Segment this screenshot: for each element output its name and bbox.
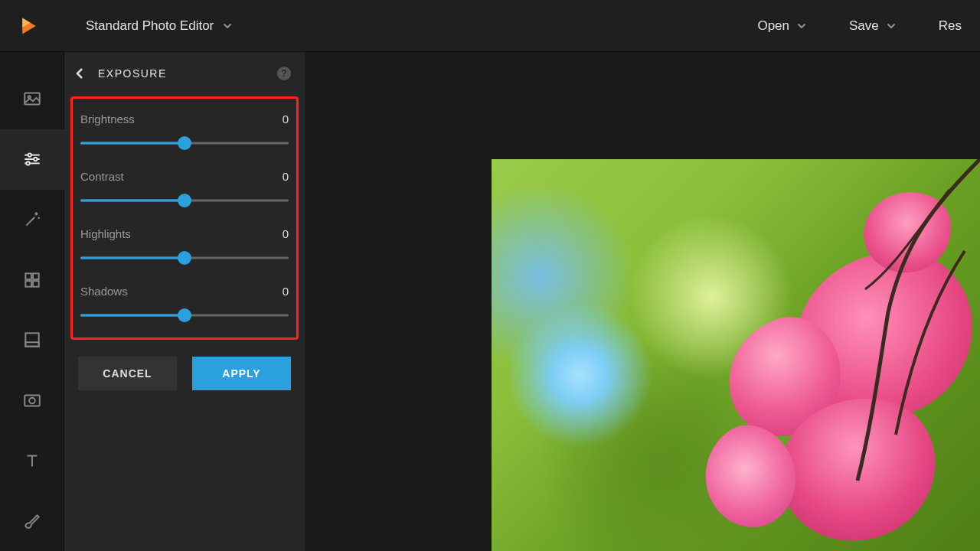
highlights-slider[interactable] bbox=[80, 253, 289, 263]
back-button[interactable] bbox=[74, 67, 87, 80]
svg-point-6 bbox=[34, 158, 37, 161]
shadows-slider[interactable] bbox=[80, 310, 289, 321]
slider-contrast: Contrast 0 bbox=[80, 170, 289, 206]
svg-rect-14 bbox=[24, 396, 40, 406]
cancel-button[interactable]: CANCEL bbox=[78, 357, 177, 390]
rail-image[interactable] bbox=[0, 69, 64, 129]
svg-rect-12 bbox=[25, 334, 38, 347]
svg-rect-9 bbox=[33, 273, 39, 279]
app-mode-dropdown[interactable]: Standard Photo Editor bbox=[86, 18, 232, 34]
slider-shadows: Shadows 0 bbox=[80, 285, 289, 321]
rail-frame[interactable] bbox=[0, 310, 64, 370]
slider-thumb[interactable] bbox=[178, 136, 191, 150]
svg-point-5 bbox=[28, 154, 31, 157]
slider-value: 0 bbox=[283, 170, 289, 183]
rail-effects[interactable] bbox=[0, 190, 64, 250]
svg-point-15 bbox=[29, 398, 35, 404]
chevron-down-icon bbox=[887, 21, 896, 31]
rail-text[interactable] bbox=[0, 431, 64, 491]
app-logo bbox=[18, 15, 40, 37]
chevron-down-icon bbox=[223, 21, 232, 31]
app-mode-label: Standard Photo Editor bbox=[86, 18, 214, 34]
slider-label: Shadows bbox=[80, 285, 128, 298]
save-menu[interactable]: Save bbox=[849, 18, 896, 34]
rail-camera[interactable] bbox=[0, 370, 64, 431]
rail-grid[interactable] bbox=[0, 249, 64, 310]
slider-brightness: Brightness 0 bbox=[80, 112, 289, 148]
camera-icon bbox=[22, 390, 42, 410]
svg-point-7 bbox=[26, 161, 29, 165]
top-bar: Standard Photo Editor Open Save Res bbox=[0, 0, 980, 52]
slider-highlights: Highlights 0 bbox=[80, 227, 289, 263]
help-icon[interactable]: ? bbox=[277, 67, 291, 80]
apply-button[interactable]: APPLY bbox=[192, 357, 291, 390]
sliders-icon bbox=[22, 149, 42, 169]
slider-thumb[interactable] bbox=[178, 251, 191, 265]
svg-rect-13 bbox=[25, 343, 38, 347]
main-area: EXPOSURE ? Brightness 0 Contrast 0 bbox=[0, 52, 980, 551]
grid-icon bbox=[22, 270, 42, 290]
slider-value: 0 bbox=[283, 285, 289, 298]
rail-brush[interactable] bbox=[0, 491, 64, 551]
sliders-highlight-box: Brightness 0 Contrast 0 bbox=[70, 96, 299, 340]
svg-rect-11 bbox=[33, 281, 39, 287]
contrast-slider[interactable] bbox=[80, 195, 289, 206]
slider-value: 0 bbox=[283, 112, 289, 126]
svg-point-1 bbox=[28, 96, 30, 99]
reset-button[interactable]: Res bbox=[939, 18, 962, 34]
brightness-slider[interactable] bbox=[80, 138, 289, 148]
photo-preview bbox=[492, 159, 980, 551]
wand-icon bbox=[22, 210, 42, 230]
panel-buttons: CANCEL APPLY bbox=[64, 340, 305, 390]
panel-header: EXPOSURE ? bbox=[64, 52, 305, 95]
open-menu[interactable]: Open bbox=[757, 18, 806, 34]
canvas-area[interactable] bbox=[305, 52, 980, 551]
frame-icon bbox=[22, 330, 42, 350]
panel-title: EXPOSURE bbox=[98, 67, 277, 80]
branch-decor bbox=[658, 159, 980, 551]
image-icon bbox=[22, 89, 42, 109]
rail-adjust[interactable] bbox=[0, 129, 64, 190]
save-label: Save bbox=[849, 18, 879, 34]
svg-rect-8 bbox=[25, 273, 31, 279]
exposure-panel: EXPOSURE ? Brightness 0 Contrast 0 bbox=[64, 52, 305, 551]
slider-label: Highlights bbox=[80, 227, 131, 240]
slider-thumb[interactable] bbox=[178, 194, 191, 207]
text-icon bbox=[22, 451, 42, 471]
slider-value: 0 bbox=[283, 227, 289, 240]
reset-label: Res bbox=[939, 18, 962, 33]
brush-icon bbox=[22, 511, 42, 531]
slider-thumb[interactable] bbox=[178, 308, 191, 322]
slider-label: Contrast bbox=[80, 170, 124, 183]
svg-rect-10 bbox=[25, 281, 31, 287]
slider-label: Brightness bbox=[80, 112, 135, 126]
tool-rail bbox=[0, 52, 64, 551]
open-label: Open bbox=[757, 18, 789, 34]
chevron-down-icon bbox=[797, 21, 806, 31]
